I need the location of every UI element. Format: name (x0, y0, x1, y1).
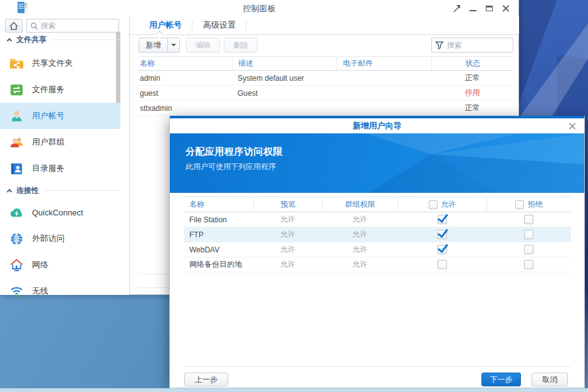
app-preview: 允许 (253, 214, 322, 225)
allow-header-label: 允许 (441, 199, 456, 210)
deny-checkbox[interactable] (524, 215, 533, 224)
status-badge: 正常 (431, 73, 513, 83)
app-group-permission: 允许 (322, 214, 397, 225)
app-group-permission: 允许 (322, 244, 397, 255)
deny-all-checkbox[interactable] (515, 200, 524, 209)
app-group-permission: 允许 (322, 259, 397, 270)
allow-checkbox[interactable] (438, 245, 447, 254)
add-user-wizard-dialog: 新增用户向导 分配应用程序访问权限 此用户可使用下列应用程序 名称 预览 群组权… (169, 116, 585, 388)
home-button[interactable] (5, 19, 23, 33)
sidebar-search-box (26, 19, 119, 33)
dialog-title: 新增用户向导 (170, 118, 584, 133)
app-preview: 允许 (253, 244, 322, 255)
cancel-button[interactable]: 取消 (532, 373, 568, 386)
sidebar-section-file-sharing[interactable]: 文件共享 (8, 34, 120, 44)
quickconnect-icon (9, 205, 24, 220)
sidebar-item-external-access[interactable]: 外部访问 (0, 225, 120, 252)
screen: 控制面板 (0, 0, 588, 392)
add-user-button[interactable]: 新增 (139, 38, 180, 53)
chevron-down-icon (171, 44, 176, 46)
header-group-permission: 群组权限 (322, 197, 397, 212)
header-deny: 拒绝 (486, 197, 571, 212)
application-table-header: 名称 预览 群组权限 允许 拒绝 (184, 197, 571, 212)
add-dropdown-button[interactable] (168, 38, 179, 52)
window-controls (452, 4, 510, 13)
sidebar-item-label: 网络 (32, 259, 48, 271)
user-row-admin[interactable]: admin System default user 正常 (139, 71, 513, 86)
status-badge: 正常 (431, 103, 513, 113)
tab-advanced-settings[interactable]: 高级设置 (192, 16, 246, 34)
user-search-input[interactable] (447, 41, 510, 49)
deny-checkbox[interactable] (524, 230, 533, 239)
deny-checkbox[interactable] (524, 260, 533, 269)
header-email[interactable]: 电子邮件 (337, 57, 431, 70)
sidebar-item-user-account[interactable]: 用户帐号 (0, 103, 120, 129)
sidebar-item-directory-services[interactable]: 目录服务 (0, 155, 120, 182)
tab-user-account[interactable]: 用户帐号 (139, 16, 192, 34)
pin-icon[interactable] (452, 4, 461, 13)
allow-all-checkbox[interactable] (429, 200, 438, 209)
user-icon (9, 109, 24, 123)
app-row-ftp: FTP 允许 允许 (184, 227, 571, 242)
app-group-permission: 允许 (322, 229, 397, 240)
app-row-webdav: WebDAV 允许 允许 (184, 242, 571, 257)
sidebar-section-connectivity[interactable]: 连接性 (8, 185, 120, 195)
filter-icon (435, 41, 444, 49)
app-row-network-backup: 网络备份目的地 允许 允许 (184, 257, 571, 272)
deny-checkbox[interactable] (524, 245, 533, 254)
file-services-icon (9, 83, 24, 97)
section-divider (44, 190, 120, 191)
header-app-name: 名称 (184, 197, 253, 212)
delete-user-button[interactable]: 删除 (224, 38, 258, 53)
network-home-icon (9, 258, 24, 272)
sidebar-item-quickconnect[interactable]: QuickConnect (0, 199, 120, 225)
sidebar: 文件共享 共享文件夹 文件服务 (0, 16, 130, 295)
allow-checkbox[interactable] (438, 215, 447, 224)
home-icon (9, 22, 18, 30)
app-preview: 允许 (253, 229, 322, 240)
next-button[interactable]: 下一步 (481, 373, 521, 386)
sidebar-item-network[interactable]: 网络 (0, 252, 120, 278)
user-description: Guest (232, 89, 337, 98)
allow-checkbox[interactable] (438, 260, 447, 269)
sidebar-item-label: 用户群组 (32, 137, 65, 148)
dialog-close-button[interactable] (568, 122, 576, 130)
user-row-sttxadmin[interactable]: sttxadmin 正常 (139, 101, 513, 116)
sidebar-item-shared-folder[interactable]: 共享文件夹 (0, 50, 120, 76)
close-button[interactable] (501, 4, 510, 13)
sidebar-item-label: 文件服务 (32, 84, 65, 95)
sidebar-item-user-group[interactable]: 用户群组 (0, 129, 120, 155)
header-description[interactable]: 描述 (232, 57, 337, 70)
maximize-button[interactable] (485, 4, 493, 13)
sidebar-item-file-services[interactable]: 文件服务 (0, 76, 120, 103)
allow-checkbox[interactable] (438, 230, 447, 239)
header-status[interactable]: 状态 (431, 57, 513, 70)
application-permission-table: 名称 预览 群组权限 允许 拒绝 File Station 允许 允许 (184, 197, 571, 272)
deny-header-label: 拒绝 (528, 199, 543, 210)
back-button[interactable]: 上一步 (184, 373, 228, 386)
sidebar-search-input[interactable] (41, 21, 115, 30)
app-preview: 允许 (253, 259, 322, 270)
wizard-step-heading: 分配应用程序访问权限 (186, 146, 283, 158)
directory-services-icon (9, 162, 24, 176)
header-name[interactable]: 名称 (139, 57, 232, 70)
sidebar-item-wireless[interactable]: 无线 (0, 278, 120, 304)
status-badge: 停用 (431, 88, 513, 98)
minimize-button[interactable] (468, 4, 477, 13)
chevron-up-icon (7, 189, 12, 194)
user-row-guest[interactable]: guest Guest 停用 (139, 86, 513, 101)
wifi-icon (9, 284, 24, 299)
wizard-banner: 分配应用程序访问权限 此用户可使用下列应用程序 (170, 133, 584, 193)
edit-user-button[interactable]: 编辑 (186, 38, 220, 53)
add-user-label[interactable]: 新增 (139, 38, 168, 52)
window-titlebar: 控制面板 (0, 0, 518, 16)
app-name: FTP (184, 230, 253, 239)
user-table-header: 名称 描述 电子邮件 状态 (139, 56, 513, 71)
desktop-bottom-strip (0, 388, 588, 392)
sidebar-item-label: 用户帐号 (32, 110, 65, 121)
toolbar: 新增 编辑 删除 (139, 38, 513, 53)
header-allow: 允许 (397, 197, 486, 212)
user-group-icon (9, 135, 24, 150)
sidebar-item-label: 目录服务 (32, 163, 65, 174)
app-name: WebDAV (184, 245, 253, 254)
